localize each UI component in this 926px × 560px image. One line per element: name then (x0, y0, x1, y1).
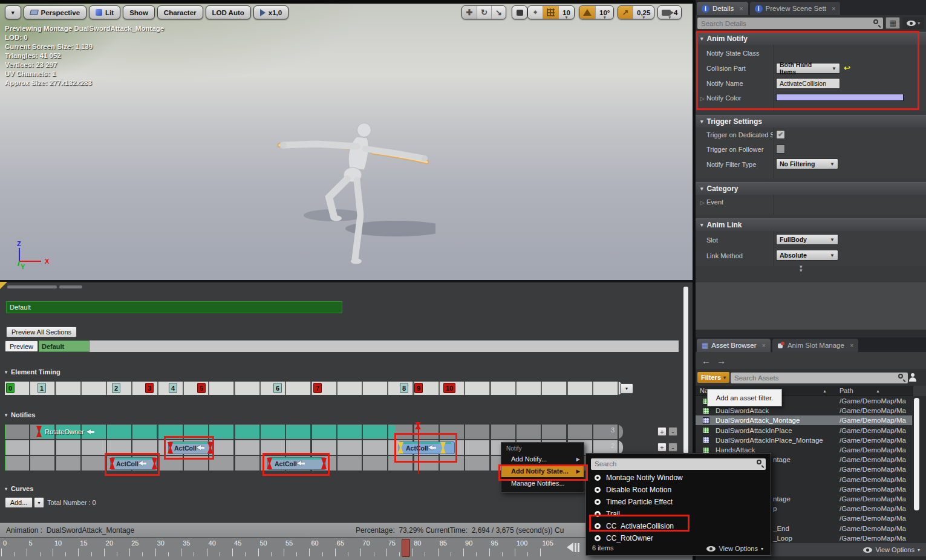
skip-to-start-button[interactable] (567, 542, 579, 552)
timing-badge-9[interactable]: 9 (414, 383, 423, 393)
notify-state-option[interactable]: Montage Notify Window (586, 472, 771, 484)
notify-color-swatch[interactable] (776, 94, 904, 101)
notify-state-option[interactable]: Timed Particle Effect (586, 496, 771, 508)
details-column-divider[interactable] (774, 231, 774, 266)
tab-asset-browser[interactable]: ▦ Asset Browser × (697, 339, 771, 352)
asset-search-input[interactable] (731, 373, 908, 383)
viewport-options-button[interactable]: ▾ (5, 5, 21, 19)
context-menu-item[interactable]: Add Notify State...▶ (501, 465, 584, 477)
asset-row[interactable]: DualSwordAttack/Game/DemoMap/Ma (696, 406, 912, 415)
timing-badge-1[interactable]: 1 (37, 383, 46, 393)
notify-state-rotateowner[interactable]: RotateOwner (37, 425, 396, 438)
notify-name-field[interactable]: ActivateCollision (776, 78, 840, 89)
timing-badge-8[interactable]: 8 (400, 383, 408, 393)
viewport-3d[interactable]: Z X Y ▾ Perspective Lit Show Character L… (0, 0, 693, 280)
event-row[interactable]: ▷ Event (700, 198, 723, 206)
notify-filter-type-dropdown[interactable]: No Filtering ▼ (776, 158, 838, 169)
notify-state-option[interactable]: CC_RotOwner (586, 532, 771, 544)
coord-system-button[interactable] (512, 6, 527, 19)
trigger-follower-checkbox[interactable] (776, 145, 785, 154)
notify-state-option[interactable]: CC_ActivateCollision (586, 520, 771, 532)
forward-icon[interactable]: → (717, 356, 726, 366)
tab-details[interactable]: i Details × (697, 2, 748, 15)
timing-badge-7[interactable]: 7 (313, 383, 322, 393)
notify-color-row[interactable]: ▷ Notify Color (700, 94, 772, 102)
section-handle[interactable] (59, 285, 82, 288)
notify-state-option[interactable]: Trail (586, 508, 771, 520)
notify-pin-icon[interactable] (152, 458, 157, 469)
preview-section-chip[interactable]: Default (39, 340, 90, 352)
close-icon[interactable]: × (739, 5, 743, 12)
category-section-header[interactable]: ▾ Category (696, 182, 926, 195)
anim-link-section-header[interactable]: ▾ Anim Link (696, 218, 926, 231)
angle-snap-toggle[interactable] (579, 6, 595, 19)
montage-section-bar[interactable]: Default (6, 301, 342, 313)
notify-state-actcoll-selected[interactable]: ActColl (399, 441, 455, 454)
timeline-playhead-handle[interactable] (402, 539, 410, 557)
perspective-button[interactable]: Perspective (24, 5, 87, 19)
curves-add-dropdown[interactable]: ▾ (34, 497, 44, 508)
track1-remove-button[interactable]: - (668, 427, 677, 436)
reset-to-default-icon[interactable]: ↩ (844, 63, 850, 73)
timing-badge-4[interactable]: 4 (169, 383, 177, 393)
slot-dropdown[interactable]: FullBody ▼ (776, 234, 838, 245)
camera-speed-button[interactable]: 4▾ (658, 6, 681, 19)
lit-button[interactable]: Lit (89, 5, 120, 19)
angle-snap-value-button[interactable]: 10°▾ (595, 6, 613, 19)
details-display-filter-button[interactable]: ▦ (885, 17, 900, 29)
curves-header[interactable]: ▾ Curves (5, 485, 33, 492)
notify-pin-icon[interactable] (207, 442, 213, 454)
trigger-settings-header[interactable]: ▾ Trigger Settings (696, 115, 926, 128)
timing-badge-6[interactable]: 6 (273, 383, 282, 393)
timing-badge-5[interactable]: 5 (197, 383, 206, 393)
track2-add-button[interactable]: + (657, 443, 667, 452)
grid-snap-toggle[interactable] (543, 6, 558, 19)
track2-remove-button[interactable]: - (668, 443, 677, 452)
context-menu-item[interactable]: Add Notify...▶ (501, 453, 584, 465)
translate-tool-button[interactable]: ✚ (462, 6, 477, 19)
close-icon[interactable]: × (832, 5, 835, 12)
timing-badge-0[interactable]: 0 (6, 383, 15, 393)
asset-list-scrollbar[interactable] (914, 398, 919, 510)
column-header-path[interactable]: Path (840, 387, 853, 394)
notify-pin-icon[interactable] (398, 442, 403, 454)
preview-all-sections-button[interactable]: Preview All Sections (6, 327, 77, 337)
scale-snap-toggle[interactable]: ↗ (618, 6, 633, 19)
montage-scrollbar[interactable] (683, 287, 688, 454)
scale-snap-value-button[interactable]: 0,25▾ (633, 6, 654, 19)
anim-notify-section-header[interactable]: ▾ Anim Notify (696, 32, 926, 45)
trigger-dedicated-checkbox[interactable]: ✔ (776, 130, 785, 139)
show-button[interactable]: Show (123, 5, 155, 19)
timing-options-button[interactable]: ▾ (620, 383, 633, 394)
element-timing-track[interactable]: 012345678910 (5, 382, 623, 395)
notify-pin-icon[interactable] (168, 442, 173, 454)
notify-pin-icon[interactable] (36, 426, 42, 437)
element-timing-header[interactable]: ▾ Element Timing (5, 368, 60, 376)
details-column-divider[interactable] (774, 128, 774, 178)
close-icon[interactable]: × (850, 342, 853, 349)
notify-state-search-input[interactable] (591, 458, 766, 470)
notify-state-actcoll[interactable]: ActColl (110, 457, 157, 470)
character-button[interactable]: Character (157, 5, 203, 19)
collision-part-dropdown[interactable]: Both Hand Items ▼ (776, 63, 840, 74)
rotate-tool-button[interactable]: ↻ (477, 6, 491, 19)
lod-auto-button[interactable]: LOD Auto (206, 5, 251, 19)
person-icon[interactable] (909, 373, 916, 382)
popup-view-options[interactable]: View Options ▾ (706, 545, 763, 552)
grid-snap-value-button[interactable]: 10▾ (558, 6, 574, 19)
close-icon[interactable]: × (761, 342, 765, 349)
preview-button[interactable]: Preview (5, 340, 38, 352)
asset-row[interactable]: DualSwordAttackInPlace_Montage/Game/Demo… (696, 435, 912, 445)
tab-preview-scene-settings[interactable]: i Preview Scene Sett × (750, 2, 841, 15)
curves-add-button[interactable]: Add... (5, 497, 33, 508)
details-column-divider[interactable] (774, 195, 774, 215)
notify-pin-icon[interactable] (109, 458, 115, 469)
notify-pin-icon[interactable] (321, 458, 327, 469)
context-menu-item[interactable]: Manage Notifies... (501, 477, 584, 489)
notify-pin-icon[interactable] (267, 458, 272, 469)
link-method-dropdown[interactable]: Absolute ▼ (776, 250, 838, 261)
notify-state-option[interactable]: Disable Root Motion (586, 484, 771, 496)
view-options-label[interactable]: View Options (875, 546, 915, 553)
details-view-options-button[interactable]: ▾ (902, 17, 924, 29)
section-handle[interactable] (7, 285, 57, 288)
